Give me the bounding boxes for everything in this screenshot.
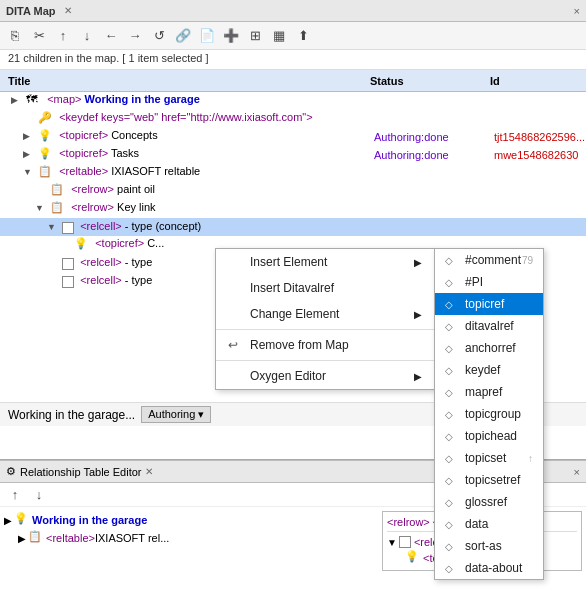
submenu-label: anchorref xyxy=(465,341,516,355)
submenu-topicgroup[interactable]: ◇ topicgroup xyxy=(435,403,543,425)
sub-icon: ◇ xyxy=(445,431,459,442)
sub-icon: ◇ xyxy=(445,255,459,266)
submenu-label: topicgroup xyxy=(465,407,521,421)
rel-tree-row[interactable]: ▶ 📋 <reltable> IXIASOFT rel... xyxy=(4,529,374,547)
toolbar-add[interactable]: ➕ xyxy=(220,25,242,47)
toolbar-table[interactable]: ▦ xyxy=(268,25,290,47)
sub-icon: ◇ xyxy=(445,409,459,420)
menu-remove-from-map[interactable]: ↩ Remove from Map xyxy=(216,332,434,358)
toolbar-undo[interactable]: ↺ xyxy=(148,25,170,47)
toolbar-right[interactable]: → xyxy=(124,25,146,47)
toolbar-export[interactable]: ⬆ xyxy=(292,25,314,47)
checkbox-icon[interactable] xyxy=(399,536,411,548)
submenu-mapref[interactable]: ◇ mapref xyxy=(435,381,543,403)
submenu-label: sort-as xyxy=(465,539,502,553)
expand-arrow[interactable]: ▶ xyxy=(11,95,23,105)
submenu-ditavalref[interactable]: ◇ ditavalref xyxy=(435,315,543,337)
map-icon: 🗺 xyxy=(26,93,42,109)
submenu-label: #comment xyxy=(465,253,521,267)
submenu-label: topicset xyxy=(465,451,506,465)
toolbar-down[interactable]: ↓ xyxy=(76,25,98,47)
tree-row[interactable]: ▼ 📋 <relrow> Key link xyxy=(0,200,586,218)
working-icon: 💡 xyxy=(14,512,30,528)
tree-row[interactable]: 📋 <relrow> paint oil xyxy=(0,182,586,200)
sub-icon: ◇ xyxy=(445,497,459,508)
topicref-icon: 💡 xyxy=(38,129,54,145)
expand-arrow[interactable]: ▶ xyxy=(18,533,26,544)
rel-close-button[interactable]: × xyxy=(574,466,580,478)
menu-label: Remove from Map xyxy=(250,338,349,352)
submenu-label: #PI xyxy=(465,275,483,289)
sub-icon: ◇ xyxy=(445,321,459,332)
toolbar-doc[interactable]: 📄 xyxy=(196,25,218,47)
gear-icon: ⚙ xyxy=(6,465,16,478)
tree-row[interactable]: 🔑 <keydef keys="web" href="http://www.ix… xyxy=(0,110,586,128)
submenu-pi[interactable]: ◇ #PI xyxy=(435,271,543,293)
relrow-icon: 📋 xyxy=(50,201,66,217)
tree-row[interactable]: ▶ 💡 <topicref> Tasks Authoring:done mwe1… xyxy=(0,146,586,164)
submenu-data-about[interactable]: ◇ data-about xyxy=(435,557,543,579)
tree-row-selected[interactable]: ▼ <relcell> - type (concept) xyxy=(0,218,586,236)
toolbar-left[interactable]: ← xyxy=(100,25,122,47)
toolbar-copy[interactable]: ⎘ xyxy=(4,25,26,47)
toolbar-link[interactable]: 🔗 xyxy=(172,25,194,47)
submenu-label: data xyxy=(465,517,488,531)
tree-header: Title Status Id xyxy=(0,70,586,92)
menu-separator xyxy=(216,360,434,361)
submenu-topicsetref[interactable]: ◇ topicsetref xyxy=(435,469,543,491)
rel-tree-row[interactable]: ▶ 💡 Working in the garage xyxy=(4,511,374,529)
status-bar: 21 children in the map. [ 1 item selecte… xyxy=(0,50,586,70)
rel-down-button[interactable]: ↓ xyxy=(28,484,50,506)
sub-icon: ◇ xyxy=(445,299,459,310)
submenu-anchorref[interactable]: ◇ anchorref xyxy=(435,337,543,359)
tree-row[interactable]: ▶ 💡 <topicref> Concepts Authoring:done t… xyxy=(0,128,586,146)
submenu-sort-as[interactable]: ◇ sort-as xyxy=(435,535,543,557)
sub-icon: ◇ xyxy=(445,541,459,552)
tree-row[interactable]: ▶ 🗺 <map> Working in the garage xyxy=(0,92,586,110)
toolbar-cut[interactable]: ✂ xyxy=(28,25,50,47)
reltable-icon: 📋 xyxy=(38,165,54,181)
reltable-icon: 📋 xyxy=(28,530,44,546)
expand-arrow[interactable]: ▶ xyxy=(23,131,35,141)
toolbar-grid[interactable]: ⊞ xyxy=(244,25,266,47)
expand-arrow[interactable]: ▼ xyxy=(35,203,47,213)
submenu-label: topichead xyxy=(465,429,517,443)
sub-icon: ◇ xyxy=(445,563,459,574)
rel-up-button[interactable]: ↑ xyxy=(4,484,26,506)
remove-icon: ↩ xyxy=(228,338,246,352)
submenu-comment[interactable]: ◇ #comment 79 xyxy=(435,249,543,271)
context-menu: Insert Element ▶ Insert Ditavalref Chang… xyxy=(215,248,435,390)
menu-label: Insert Element xyxy=(250,255,327,269)
submenu-topichead[interactable]: ◇ topichead xyxy=(435,425,543,447)
submenu-keydef[interactable]: ◇ keydef xyxy=(435,359,543,381)
submenu-label: topicref xyxy=(465,297,504,311)
menu-insert-element[interactable]: Insert Element ▶ xyxy=(216,249,434,275)
submenu-topicset[interactable]: ◇ topicset ↑ xyxy=(435,447,543,469)
expand-arrow[interactable]: ▶ xyxy=(23,149,35,159)
menu-oxygen-editor[interactable]: Oxygen Editor ▶ xyxy=(216,363,434,389)
panel-header: DITA Map ✕ × xyxy=(0,0,586,22)
toolbar-up[interactable]: ↑ xyxy=(52,25,74,47)
submenu-arrow: ▶ xyxy=(414,257,422,268)
expand-arrow[interactable]: ▼ xyxy=(387,537,397,548)
menu-insert-ditavalref[interactable]: Insert Ditavalref xyxy=(216,275,434,301)
submenu-topicref[interactable]: ◇ topicref xyxy=(435,293,543,315)
submenu-data[interactable]: ◇ data xyxy=(435,513,543,535)
relrow-icon: 📋 xyxy=(50,183,66,199)
menu-change-element[interactable]: Change Element ▶ xyxy=(216,301,434,327)
sub-icon: ◇ xyxy=(445,365,459,376)
checkbox-icon[interactable] xyxy=(62,258,74,270)
submenu-label: ditavalref xyxy=(465,319,514,333)
col-status: Status xyxy=(370,75,490,87)
checkbox-icon[interactable] xyxy=(62,276,74,288)
close-button[interactable]: × xyxy=(574,5,580,17)
submenu-glossref[interactable]: ◇ glossref xyxy=(435,491,543,513)
submenu-label: keydef xyxy=(465,363,500,377)
checkbox-icon[interactable] xyxy=(62,222,74,234)
tree-row[interactable]: ▼ 📋 <reltable> IXIASOFT reltable xyxy=(0,164,586,182)
expand-arrow[interactable]: ▶ xyxy=(4,515,12,526)
expand-arrow[interactable]: ▼ xyxy=(23,167,35,177)
rel-tree: ▶ 💡 Working in the garage ▶ 📋 <reltable>… xyxy=(4,511,374,571)
expand-arrow[interactable]: ▼ xyxy=(47,222,59,232)
authoring-dropdown[interactable]: Authoring ▾ xyxy=(141,406,211,423)
